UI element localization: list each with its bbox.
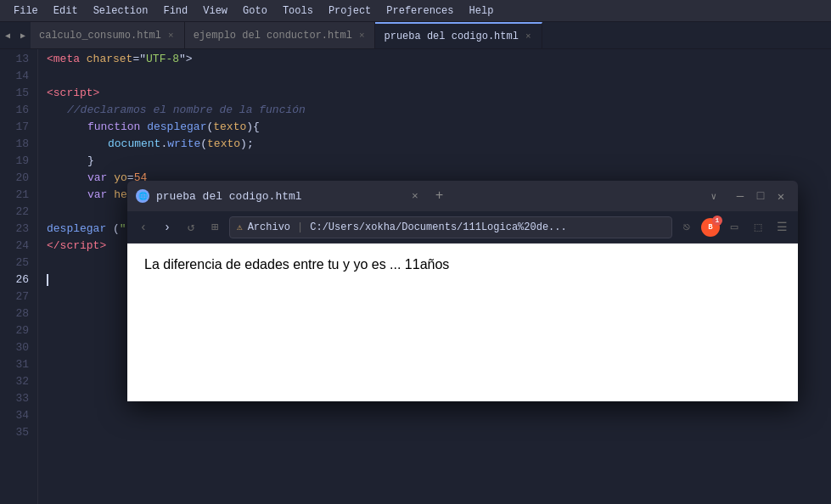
ln-25: 25: [0, 255, 29, 272]
nav-back-btn[interactable]: ‹: [134, 218, 153, 237]
ln-21: 21: [0, 187, 29, 204]
code-line-34: [47, 407, 823, 424]
ln-29: 29: [0, 322, 29, 339]
ln-28: 28: [0, 305, 29, 322]
browser-window: 🌐 prueba del codigo.html × + ∨ — □ ✕ ‹ ›…: [127, 181, 798, 401]
address-bar[interactable]: ⚠ Archivo | C:/Users/xokha/Documents/111…: [229, 216, 672, 238]
browser-expand-btn[interactable]: ∨: [705, 189, 722, 204]
address-warning-icon: ⚠: [237, 221, 243, 232]
ln-31: 31: [0, 356, 29, 373]
tab-conductor[interactable]: ejemplo del conductor.html ×: [185, 22, 376, 48]
browser-output-text: La diferencia de edades entre tu y yo es…: [144, 257, 781, 272]
ln-23: 23: [0, 221, 29, 238]
win-maximize-btn[interactable]: □: [752, 188, 769, 204]
nav-reload-btn[interactable]: ↺: [182, 218, 200, 237]
ln-33: 33: [0, 390, 29, 407]
menu-help[interactable]: Help: [463, 3, 501, 19]
browser-tab-title: prueba del codigo.html: [156, 190, 400, 203]
tab-calculo-label: calculo_consumo.html: [39, 30, 161, 42]
ln-22: 22: [0, 204, 29, 221]
tab-prueba[interactable]: prueba del codigo.html ×: [375, 22, 542, 48]
ln-32: 32: [0, 373, 29, 390]
ln-34: 34: [0, 407, 29, 424]
ln-13: 13: [0, 51, 29, 68]
ln-18: 18: [0, 136, 29, 153]
ln-19: 19: [0, 153, 29, 170]
tab-nav-prev[interactable]: ◀: [0, 22, 15, 48]
code-line-18: document.write(texto);: [47, 136, 823, 153]
menu-file[interactable]: File: [7, 3, 45, 19]
code-line-16: //declaramos el nombre de la función: [47, 102, 823, 119]
ln-14: 14: [0, 68, 29, 85]
address-label: Archivo: [248, 221, 290, 233]
tab-prueba-label: prueba del codigo.html: [384, 31, 518, 42]
menu-view[interactable]: View: [196, 3, 234, 19]
browser-content: La diferencia de edades entre tu y yo es…: [127, 244, 798, 401]
menu-goto[interactable]: Goto: [236, 3, 274, 19]
browser-navbar: ‹ › ↺ ⊞ ⚠ Archivo | C:/Users/xokha/Docum…: [127, 211, 798, 244]
ln-20: 20: [0, 170, 29, 187]
wallet-btn[interactable]: ⬚: [749, 218, 767, 237]
nav-fwd-btn[interactable]: ›: [158, 218, 177, 237]
tab-nav-next[interactable]: ▶: [15, 22, 31, 48]
tab-bar: ◀ ▶ calculo_consumo.html × ejemplo del c…: [0, 22, 831, 49]
code-line-19: }: [47, 153, 823, 170]
ln-27: 27: [0, 288, 29, 305]
nav-bookmark-btn[interactable]: ⊞: [205, 218, 224, 237]
menu-project[interactable]: Project: [322, 3, 378, 19]
brave-badge: 1: [712, 216, 722, 226]
browser-tab-close-btn[interactable]: ×: [407, 188, 424, 204]
ln-30: 30: [0, 339, 29, 356]
ln-15: 15: [0, 85, 29, 102]
menu-selection[interactable]: Selection: [87, 3, 155, 19]
browser-favicon: 🌐: [136, 189, 149, 203]
win-minimize-btn[interactable]: —: [732, 188, 749, 204]
menu-tools[interactable]: Tools: [276, 3, 320, 19]
ln-26: 26: [0, 272, 29, 288]
ln-17: 17: [0, 119, 29, 136]
menu-bar: File Edit Selection Find View Goto Tools…: [0, 0, 831, 22]
code-line-13: <meta charset="UTF-8">: [47, 51, 823, 68]
browser-win-controls: — □ ✕: [732, 188, 789, 204]
code-line-35: [47, 424, 823, 441]
tab-calculo[interactable]: calculo_consumo.html ×: [31, 22, 185, 48]
code-line-15: <script>: [47, 85, 823, 102]
tab-prueba-close[interactable]: ×: [524, 31, 533, 42]
tab-calculo-close[interactable]: ×: [166, 30, 176, 42]
menu-btn[interactable]: ☰: [772, 218, 791, 237]
browser-titlebar: 🌐 prueba del codigo.html × + ∨ — □ ✕: [127, 181, 798, 211]
line-numbers: 13 14 15 16 17 18 19 20 21 22 23 24 25 2…: [0, 49, 38, 504]
editor-area: 13 14 15 16 17 18 19 20 21 22 23 24 25 2…: [0, 49, 831, 504]
address-url: C:/Users/xokha/Documents/111Logica%20de.…: [310, 221, 566, 233]
menu-find[interactable]: Find: [156, 3, 194, 19]
menu-edit[interactable]: Edit: [47, 3, 85, 19]
ln-35: 35: [0, 424, 29, 441]
browser-new-tab-btn[interactable]: +: [430, 187, 449, 205]
sidebar-btn[interactable]: ▭: [725, 218, 744, 237]
code-line-14: [47, 68, 823, 85]
ln-24: 24: [0, 238, 29, 255]
tab-conductor-close[interactable]: ×: [357, 30, 367, 42]
brave-logo-icon: B 1: [701, 218, 720, 237]
code-line-17: function desplegar(texto){: [47, 119, 823, 136]
tab-conductor-label: ejemplo del conductor.html: [194, 30, 352, 42]
win-close-btn[interactable]: ✕: [772, 188, 789, 204]
ln-16: 16: [0, 102, 29, 119]
share-btn[interactable]: ⎋: [677, 218, 696, 237]
menu-preferences[interactable]: Preferences: [379, 3, 460, 19]
